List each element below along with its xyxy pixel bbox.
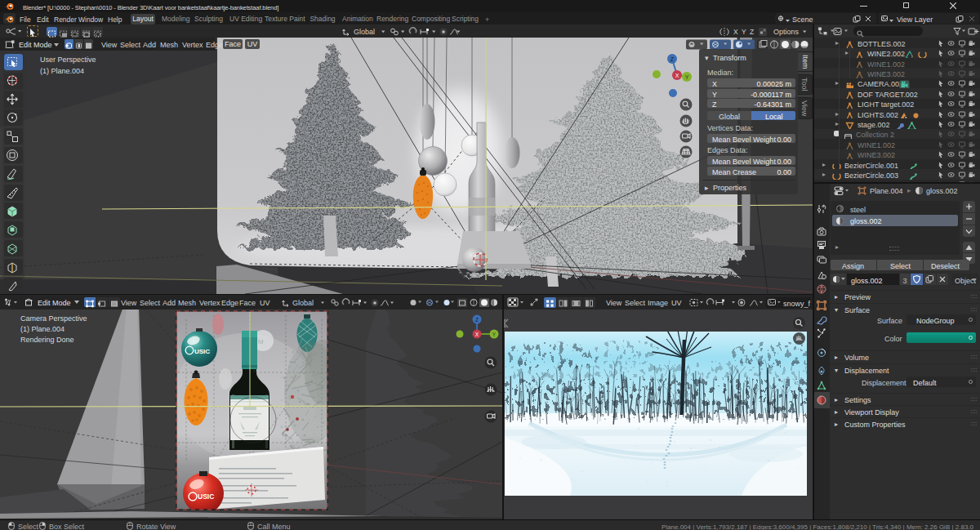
svg-text:USIC: USIC [194, 348, 210, 355]
svg-text:Z: Z [670, 56, 675, 62]
svg-text:M: M [258, 338, 264, 345]
svg-text:Global: Global [354, 28, 375, 36]
svg-text:Y: Y [492, 332, 497, 337]
svg-text:USIC: USIC [198, 492, 214, 501]
svg-text:X: X [733, 28, 738, 36]
svg-text:X: X [675, 73, 679, 78]
svg-text:Y: Y [685, 74, 689, 80]
svg-text:Global: Global [292, 299, 314, 307]
svg-text:Options: Options [773, 28, 800, 36]
svg-text:X: X [475, 332, 479, 337]
svg-text:Y: Y [742, 28, 746, 36]
svg-text:Z: Z [750, 28, 754, 36]
svg-text:Z: Z [475, 317, 479, 323]
